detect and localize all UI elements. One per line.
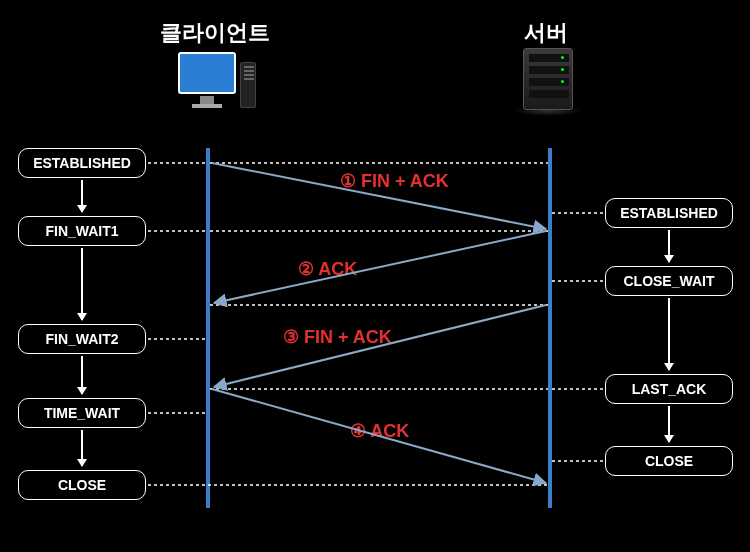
arrow-icon	[668, 230, 670, 262]
client-state-time-wait: TIME_WAIT	[18, 398, 146, 428]
client-header-label: 클라이언트	[160, 18, 270, 48]
arrow-icon	[81, 180, 83, 212]
server-state-last-ack: LAST_ACK	[605, 374, 733, 404]
arrow-icon	[668, 406, 670, 442]
client-state-established: ESTABLISHED	[18, 148, 146, 178]
svg-line-14	[214, 231, 546, 303]
server-timeline	[548, 148, 552, 508]
client-state-fin-wait2: FIN_WAIT2	[18, 324, 146, 354]
client-state-close: CLOSE	[18, 470, 146, 500]
client-computer-icon	[178, 52, 258, 112]
server-rack-icon	[513, 48, 583, 116]
server-header-label: 서버	[524, 18, 568, 48]
server-state-close: CLOSE	[605, 446, 733, 476]
server-state-close-wait: CLOSE_WAIT	[605, 266, 733, 296]
message-label-4: ④ ACK	[350, 420, 409, 442]
message-label-3: ③ FIN + ACK	[283, 326, 392, 348]
message-label-2: ② ACK	[298, 258, 357, 280]
arrow-icon	[81, 248, 83, 320]
arrow-icon	[668, 298, 670, 370]
client-state-fin-wait1: FIN_WAIT1	[18, 216, 146, 246]
arrow-icon	[81, 356, 83, 394]
client-timeline	[206, 148, 210, 508]
arrow-icon	[81, 430, 83, 466]
server-state-established: ESTABLISHED	[605, 198, 733, 228]
message-label-1: ① FIN + ACK	[340, 170, 449, 192]
